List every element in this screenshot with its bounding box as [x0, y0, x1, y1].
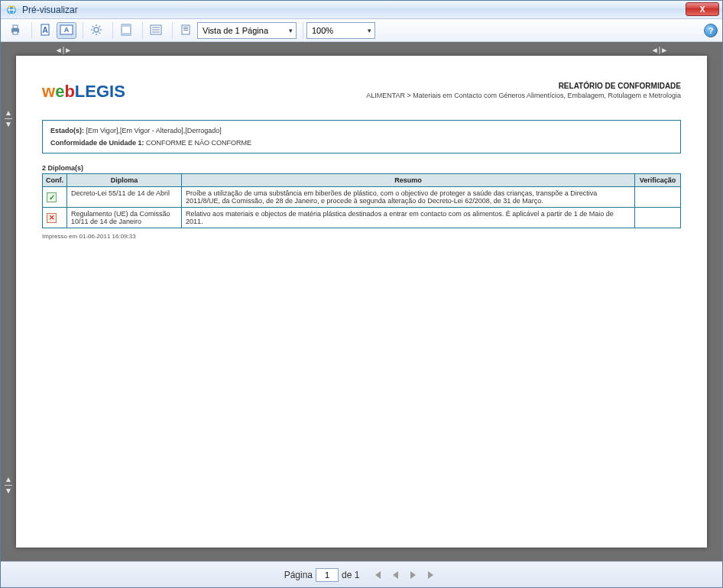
next-page-button[interactable]: [407, 568, 420, 582]
svg-text:A: A: [42, 26, 47, 34]
cell-diploma: Regulamento (UE) da Comissão 10/11 de 14…: [67, 208, 182, 228]
logo: webLEGIS: [42, 82, 125, 102]
margin-handle-icon[interactable]: ▲—▼: [4, 476, 13, 494]
filter-conf-value: CONFORME E NÃO CONFORME: [146, 139, 251, 147]
table-row: ✓ Decreto-Lei 55/11 de 14 de Abril Proíb…: [43, 187, 681, 208]
ie-icon: [5, 4, 18, 16]
full-page-icon: [180, 24, 192, 37]
svg-rect-26: [183, 27, 188, 27]
svg-point-9: [94, 27, 99, 32]
svg-rect-27: [183, 28, 188, 29]
margin-handle-icon[interactable]: ◄|►: [54, 45, 73, 54]
filter-conf-label: Conformidade de Unidade 1:: [50, 139, 144, 147]
svg-line-14: [92, 26, 94, 27]
svg-line-17: [99, 26, 101, 27]
filter-estado-label: Estado(s):: [50, 127, 84, 134]
page-label-suffix: de 1: [342, 570, 359, 580]
titlebar: Pré-visualizar X: [1, 1, 722, 19]
result-count: 2 Diploma(s): [42, 164, 681, 172]
first-page-button[interactable]: [370, 568, 384, 582]
window-title: Pré-visualizar: [22, 5, 78, 15]
col-verificacao: Verificação: [635, 174, 681, 187]
margin-handle-icon[interactable]: ◄|►: [650, 45, 669, 54]
landscape-button[interactable]: A: [57, 22, 76, 39]
close-button[interactable]: X: [686, 2, 719, 16]
landscape-icon: A: [60, 24, 73, 37]
col-resumo: Resumo: [182, 174, 635, 187]
toolbar: A A: [1, 19, 722, 42]
breadcrumb: ALIMENTAR > Materiais em Contacto com Gé…: [366, 92, 681, 99]
page-label-prefix: Página: [284, 570, 313, 580]
portrait-button[interactable]: A: [35, 22, 55, 39]
printed-timestamp: Impresso em 01-06-2011 16:09:33: [42, 233, 681, 240]
col-diploma: Diploma: [67, 174, 182, 187]
preview-viewport: ◄|► ◄|► ▲—▼ ▲—▼ webLEGIS RELATÓRIO DE CO…: [1, 42, 722, 561]
svg-rect-20: [122, 33, 131, 35]
page-preview: webLEGIS RELATÓRIO DE CONFORMIDADE ALIME…: [16, 56, 707, 548]
print-button[interactable]: [5, 22, 25, 39]
cell-diploma: Decreto-Lei 55/11 de 14 de Abril: [67, 187, 182, 208]
report-title: RELATÓRIO DE CONFORMIDADE: [366, 82, 681, 90]
prev-page-button[interactable]: [388, 568, 402, 582]
last-page-button[interactable]: [425, 568, 439, 582]
filter-estado-value: [Em Vigor],[Em Vigor - Alterado],[Derrog…: [86, 127, 222, 134]
cell-resumo: Proíbe a utilização de uma substância em…: [182, 187, 635, 208]
zoom-value: 100%: [312, 26, 333, 35]
col-conf: Conf.: [43, 174, 67, 187]
full-page-button[interactable]: [176, 22, 196, 39]
doc-header: webLEGIS RELATÓRIO DE CONFORMIDADE ALIME…: [42, 82, 681, 102]
footer: Página de 1: [1, 561, 722, 587]
cell-verificacao: [635, 208, 681, 228]
page-nav: [370, 568, 439, 582]
header-footer-icon: [121, 24, 131, 37]
page-setup-button[interactable]: [86, 22, 106, 39]
view-mode-select[interactable]: Vista de 1 Página: [197, 22, 297, 39]
zoom-select[interactable]: 100%: [306, 22, 375, 39]
table-row: ✕ Regulamento (UE) da Comissão 10/11 de …: [43, 208, 681, 228]
cell-verificacao: [635, 187, 681, 208]
print-icon: [9, 24, 21, 37]
svg-rect-4: [13, 31, 18, 34]
svg-rect-19: [122, 24, 131, 27]
margin-handle-icon[interactable]: ▲—▼: [4, 109, 13, 128]
full-width-icon: [150, 24, 162, 37]
full-width-button[interactable]: [146, 22, 166, 39]
svg-text:A: A: [64, 26, 70, 34]
svg-rect-28: [183, 30, 188, 31]
gear-icon: [90, 24, 102, 37]
headers-footers-button[interactable]: [116, 22, 136, 39]
cell-resumo: Relativo aos materiais e objectos de mat…: [182, 208, 635, 228]
check-ok-icon: ✓: [47, 192, 57, 202]
help-icon: ?: [708, 26, 714, 35]
doc-title-block: RELATÓRIO DE CONFORMIDADE ALIMENTAR > Ma…: [366, 82, 681, 99]
filter-box: Estado(s): [Em Vigor],[Em Vigor - Altera…: [42, 120, 681, 153]
view-mode-value: Vista de 1 Página: [203, 26, 268, 35]
print-preview-window: Pré-visualizar X A A: [0, 0, 723, 588]
svg-line-15: [99, 32, 101, 34]
portrait-icon: A: [40, 24, 50, 37]
help-button[interactable]: ?: [704, 24, 718, 37]
check-no-icon: ✕: [47, 213, 57, 223]
svg-rect-3: [13, 25, 18, 28]
svg-line-16: [92, 32, 94, 34]
page-number-input[interactable]: [316, 568, 339, 582]
close-icon: X: [700, 5, 705, 14]
data-table: Conf. Diploma Resumo Verificação ✓ Decre…: [42, 173, 681, 228]
